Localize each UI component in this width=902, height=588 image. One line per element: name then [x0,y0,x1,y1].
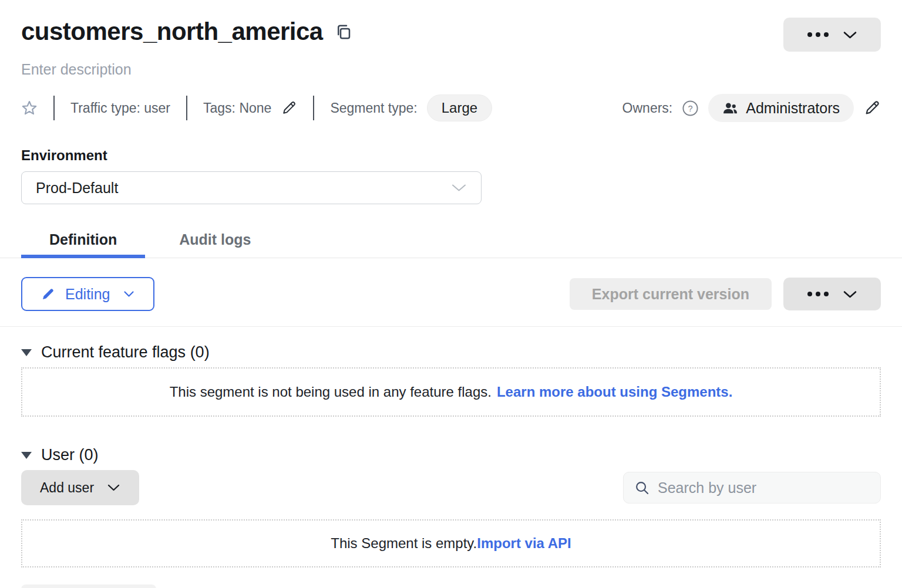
user-toolbar: Add user [21,470,881,505]
svg-text:?: ? [688,103,693,113]
chevron-down-icon [451,183,467,192]
people-icon [722,101,738,115]
environment-selected-value: Prod-Default [36,180,118,197]
caret-down-icon[interactable] [21,349,32,356]
title-row: customers_north_america [21,0,881,52]
owners-pill[interactable]: Administrators [708,94,854,122]
learn-more-link[interactable]: Learn more about using Segments. [497,384,732,400]
environment-label: Environment [21,147,881,164]
page-title: customers_north_america [21,18,323,46]
tags-label: Tags: None [203,100,271,116]
divider [53,96,55,120]
toolbar-right: Export current version [570,278,881,310]
environment-select[interactable]: Prod-Default [21,171,482,204]
definition-toolbar: Editing Export current version [21,277,881,311]
caret-down-icon[interactable] [21,452,32,459]
tags-item: Tags: None [203,100,297,116]
cutoff-element [21,584,156,588]
segment-type-item: Segment type: Large [330,94,492,121]
edit-tags-pencil-icon[interactable] [281,100,297,116]
meta-row: Traffic type: user Tags: None Segment ty… [21,94,881,121]
feature-flags-section-header: Current feature flags (0) [21,343,881,361]
definition-more-actions-button[interactable] [783,278,881,310]
tab-bar: Definition Audit logs [0,224,902,258]
editing-button[interactable]: Editing [21,277,154,311]
owners-value: Administrators [746,100,840,117]
divider [313,96,314,120]
segment-detail-page: customers_north_america Enter descriptio… [0,0,902,588]
star-icon[interactable] [21,100,38,116]
tab-audit-logs[interactable]: Audit logs [151,224,279,258]
editing-label: Editing [65,286,110,303]
divider [186,96,187,120]
search-by-user-box [623,472,881,503]
owners-label: Owners: [622,100,673,116]
user-section-header: User (0) [21,446,881,464]
chevron-down-icon [843,290,857,299]
search-by-user-input[interactable] [658,479,870,496]
owners-group: Owners: ? Administrators [622,94,881,122]
chevron-down-icon [123,290,134,298]
segment-type-label: Segment type: [330,100,417,116]
copy-icon[interactable] [335,22,352,42]
user-section-title: User (0) [41,446,99,464]
tab-definition[interactable]: Definition [21,224,145,258]
help-circle-icon[interactable]: ? [682,100,699,117]
add-user-label: Add user [40,480,94,496]
segment-type-badge: Large [427,94,492,121]
import-via-api-link[interactable]: Import via API [477,535,571,552]
user-empty-text: This Segment is empty. [331,535,477,552]
search-icon [634,480,650,496]
ellipsis-icon [807,32,829,37]
user-empty-state: This Segment is empty. Import via API [21,519,881,567]
ellipsis-icon [807,292,829,296]
export-current-version-button[interactable]: Export current version [570,278,772,310]
chevron-down-icon [843,31,857,39]
description-placeholder[interactable]: Enter description [21,61,881,78]
pencil-icon [41,287,55,301]
feature-flags-empty-state: This segment is not being used in any fe… [21,367,881,417]
add-user-button[interactable]: Add user [21,470,139,505]
traffic-type-label: Traffic type: user [70,100,170,116]
feature-flags-empty-text: This segment is not being used in any fe… [170,384,492,400]
chevron-down-icon [107,484,120,492]
title-group: customers_north_america [21,18,352,46]
feature-flags-section-title: Current feature flags (0) [41,343,210,361]
page-more-actions-button[interactable] [783,18,881,52]
divider [0,326,902,327]
edit-owners-pencil-icon[interactable] [863,99,881,117]
